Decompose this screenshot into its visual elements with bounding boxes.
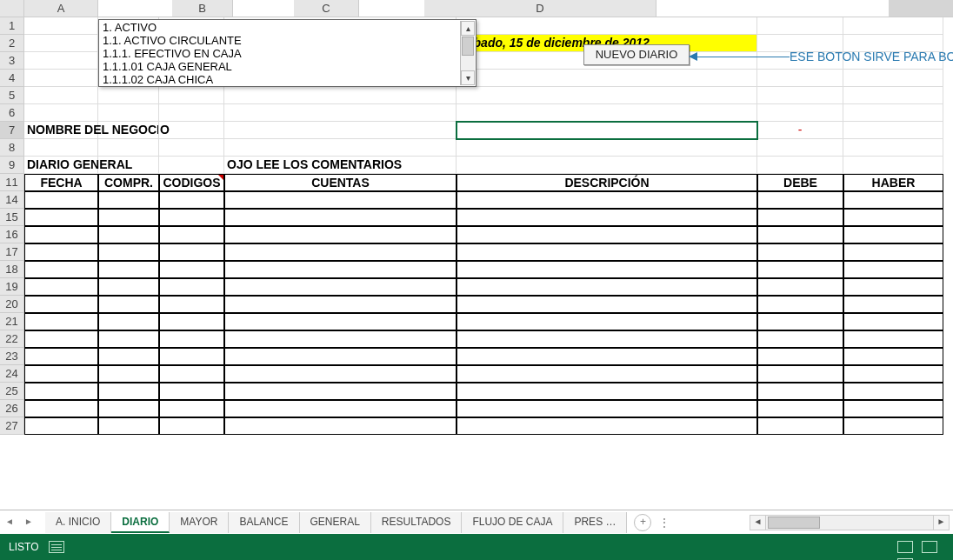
cell-F26[interactable] [757,400,843,417]
cell-D16[interactable] [224,226,457,243]
col-header-B[interactable]: B [172,0,233,17]
cell-B5[interactable] [98,87,159,104]
cell-C27[interactable] [159,417,224,435]
sheet-tab-mayor[interactable]: MAYOR [170,512,229,533]
cell-B8[interactable] [98,139,159,157]
cell-A27[interactable] [24,417,98,435]
view-page-layout-icon[interactable] [897,541,913,553]
sheet-tab-diario[interactable]: DIARIO [111,512,170,533]
row-header-7[interactable]: 7 [0,122,24,139]
cell-G23[interactable] [843,348,943,365]
cell-E23[interactable] [457,348,757,365]
th-fecha[interactable]: FECHA [24,174,98,191]
cell-A22[interactable] [24,330,98,348]
cell-B9[interactable] [98,157,159,174]
th-descripcion[interactable]: DESCRIPCIÓN [457,174,757,191]
cell-G20[interactable] [843,296,943,313]
row-header-22[interactable]: 22 [0,330,24,348]
cell-E17[interactable] [457,243,757,261]
cell-C20[interactable] [159,296,224,313]
cell-F22[interactable] [757,330,843,348]
cell-B14[interactable] [98,191,159,209]
cell-G26[interactable] [843,400,943,417]
cell-A25[interactable] [24,383,98,400]
cell-B7[interactable] [98,122,159,139]
list-item[interactable]: 1.1.1.02 CAJA CHICA [99,73,476,86]
cell-D23[interactable] [224,348,457,365]
row-header-1[interactable]: 1 [0,17,24,35]
cell-G17[interactable] [843,243,943,261]
th-haber[interactable]: HABER [843,174,943,191]
list-item[interactable]: 1.1.1. EFECTIVO EN CAJA [99,47,476,60]
select-all-corner[interactable] [0,0,24,17]
cell-C9[interactable] [159,157,224,174]
cell-A24[interactable] [24,365,98,383]
cell-D8[interactable] [224,139,457,157]
cell-F16[interactable] [757,226,843,243]
row-header-8[interactable]: 8 [0,139,24,157]
cell-E4[interactable] [457,70,757,87]
cell-C21[interactable] [159,313,224,330]
cell-B16[interactable] [98,226,159,243]
row-header-24[interactable]: 24 [0,365,24,383]
cell-B18[interactable] [98,261,159,278]
cell-G4[interactable] [843,70,943,87]
cell-C25[interactable] [159,383,224,400]
cell-A14[interactable] [24,191,98,209]
cell-F15[interactable] [757,209,843,226]
list-scrollbar[interactable]: ▴ ▾ [460,21,475,85]
cell-B25[interactable] [98,383,159,400]
cell-D6[interactable] [224,104,457,122]
sheet-tab-pres-[interactable]: PRES … [563,512,627,533]
row-header-2[interactable]: 2 [0,35,24,52]
scroll-thumb[interactable] [462,37,474,56]
cell-F9[interactable] [757,157,843,174]
cell-D14[interactable] [224,191,457,209]
cell-G21[interactable] [843,313,943,330]
sheet-tab-flujo-de-caja[interactable]: FLUJO DE CAJA [462,512,563,533]
cell-F8[interactable] [757,139,843,157]
cell-B19[interactable] [98,278,159,296]
cell-E8[interactable] [457,139,757,157]
cell-G18[interactable] [843,261,943,278]
cell-C15[interactable] [159,209,224,226]
row-header-9[interactable]: 9 [0,157,24,174]
cell-B27[interactable] [98,417,159,435]
cell-A26[interactable] [24,400,98,417]
cell-C19[interactable] [159,278,224,296]
cell-C6[interactable] [159,104,224,122]
cell-E5[interactable] [457,87,757,104]
col-header-D[interactable]: D [424,0,656,17]
new-sheet-button[interactable]: + [634,514,651,531]
hscroll-right-icon[interactable]: ► [933,516,949,530]
tab-split-handle[interactable]: ⋮ [658,516,670,530]
cell-G6[interactable] [843,104,943,122]
cell-B6[interactable] [98,104,159,122]
cell-A1[interactable] [24,17,98,35]
cell-D5[interactable] [224,87,457,104]
th-codigos[interactable]: CODIGOS [159,174,224,191]
cell-C5[interactable] [159,87,224,104]
row-header-14[interactable]: 14 [0,191,24,209]
row-header-26[interactable]: 26 [0,400,24,417]
cell-A16[interactable] [24,226,98,243]
cell-F14[interactable] [757,191,843,209]
cell-B26[interactable] [98,400,159,417]
cell-E16[interactable] [457,226,757,243]
cell-E19[interactable] [457,278,757,296]
list-item[interactable]: 1.1.1.01 CAJA GENERAL [99,60,476,73]
cell-A3[interactable] [24,52,98,70]
cell-F25[interactable] [757,383,843,400]
cell-D27[interactable] [224,417,457,435]
cell-A20[interactable] [24,296,98,313]
cell-F19[interactable] [757,278,843,296]
cell-B20[interactable] [98,296,159,313]
view-page-break-icon[interactable] [922,541,937,553]
cell-G22[interactable] [843,330,943,348]
row-header-6[interactable]: 6 [0,104,24,122]
cell-E1[interactable] [457,17,757,35]
cell-E18[interactable] [457,261,757,278]
grid[interactable]: FECHA: sábado, 15 de diciembre de 2012 N… [24,17,953,510]
cell-G25[interactable] [843,383,943,400]
row-header-17[interactable]: 17 [0,243,24,261]
